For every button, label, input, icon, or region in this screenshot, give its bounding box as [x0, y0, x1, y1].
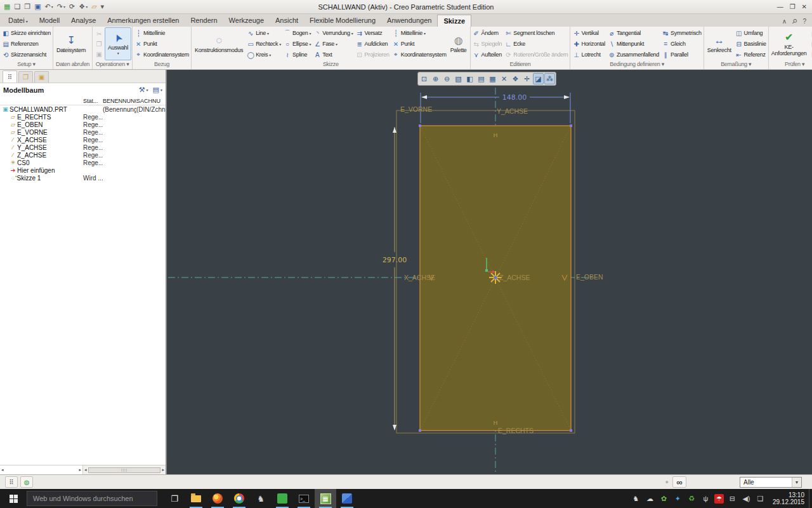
spline-button[interactable]: ≀Spline — [282, 50, 312, 60]
label-e-rechts[interactable]: E_RECHTS — [498, 427, 534, 434]
geschlossene-schleifen-button[interactable]: ▨ — [809, 50, 812, 59]
undo-button[interactable]: ↶▾ — [44, 3, 54, 11]
segment-loeschen-button[interactable]: ✄Segment löschen — [503, 28, 569, 39]
creo-parametric-taskbar-button[interactable]: ▦ — [315, 489, 336, 508]
basislinie-button[interactable]: ⊟Basislinie — [734, 39, 768, 50]
referenzen-button[interactable]: ▤Referenzen — [1, 39, 52, 50]
tray-green-icon[interactable]: ✿ — [658, 495, 669, 503]
vertex-bottom-right[interactable] — [570, 429, 572, 432]
vertex-top-left[interactable] — [419, 124, 421, 127]
ecke-button[interactable]: ∟Ecke — [503, 39, 569, 50]
tab-modell[interactable]: Modell — [34, 15, 65, 27]
line-button[interactable]: ∿Line▾ — [246, 28, 282, 39]
favorites-tab[interactable]: ▣ — [34, 71, 49, 83]
minimize-ribbon-icon[interactable]: ∧ — [782, 18, 787, 25]
label-z-achse[interactable]: Z_ACHSE — [499, 274, 530, 281]
fase-button[interactable]: ∠Fase▾ — [312, 39, 354, 50]
label-x-achse[interactable]: X_ACHSE — [404, 274, 435, 281]
skizzenansicht-button[interactable]: ⟲Skizzenansicht — [1, 50, 52, 60]
datum-display-button[interactable]: ✕ — [499, 73, 509, 84]
tray-app-dark-icon[interactable]: ♞ — [631, 495, 641, 503]
tab-flexible-modellierung[interactable]: Flexible Modellierung — [304, 15, 381, 27]
display-style-button[interactable]: ◧ — [464, 73, 475, 84]
tree-item-x-achse[interactable]: ∕X_ACHSERege... — [0, 136, 166, 144]
tree-item-cs0[interactable]: ✳CS0Rege... — [0, 159, 166, 166]
window-switch-button[interactable]: ❖▾ — [78, 3, 88, 11]
ke-anforderungen-button[interactable]: ✔KE-Anforderungen — [769, 27, 809, 60]
tab-werkzeuge[interactable]: Werkzeuge — [223, 15, 270, 27]
search-icon[interactable]: ⚲ — [790, 17, 799, 25]
saved-views-button[interactable]: ▤ — [476, 73, 487, 84]
sketch-view-button[interactable]: ◪ — [533, 73, 544, 84]
volume-icon[interactable]: ◀) — [741, 495, 752, 503]
tab-datei[interactable]: Datei▾ — [3, 15, 34, 27]
auswahl-button[interactable]: ➤Auswahl▾ — [105, 27, 131, 60]
ueberlappende-geometrie-button[interactable]: ▩ — [809, 29, 812, 39]
tab-analyse[interactable]: Analyse — [65, 15, 102, 27]
text-button[interactable]: AText — [312, 50, 354, 60]
kreis-button[interactable]: ◯Kreis▾ — [246, 50, 282, 60]
new-file-button[interactable]: ❏ — [13, 3, 21, 11]
horizontal-button[interactable]: ✚Horizontal — [571, 39, 606, 50]
terminal-taskbar-button[interactable]: >_ — [293, 489, 315, 508]
app-green-taskbar-button[interactable] — [272, 489, 293, 508]
tray-blue-icon[interactable]: ✦ — [672, 495, 683, 503]
punkt-button[interactable]: ✕Punkt — [133, 39, 190, 50]
tree-item-e-oben[interactable]: ▱E_OBENRege... — [0, 121, 166, 128]
tray-sync-icon[interactable]: ♻ — [686, 495, 697, 503]
modeltree-toggle-button[interactable]: ⠿ — [5, 476, 18, 488]
chevron-down-icon[interactable]: ▼ — [792, 478, 801, 487]
notifications-icon[interactable]: ❏ — [755, 495, 766, 503]
minimize-button[interactable]: — — [777, 3, 783, 10]
aufdicken-button[interactable]: ≣Aufdicken — [354, 39, 390, 50]
koordinatensystem-button[interactable]: ⌖Koordinatensystem — [133, 50, 190, 60]
palette-button[interactable]: ◍Palette — [448, 27, 469, 60]
network-icon[interactable]: ⊟ — [727, 495, 738, 503]
redo-button[interactable]: ↷▾ — [56, 3, 66, 11]
onedrive-icon[interactable]: ☁ — [645, 495, 655, 503]
label-e-oben[interactable]: E_OBEN — [576, 273, 603, 281]
scrollbar-thumb[interactable]: |||| — [88, 467, 161, 473]
graphics-canvas[interactable]: 148.00 297.00 H H — [167, 70, 812, 474]
label-y-achse[interactable]: Y_ACHSE — [497, 107, 528, 115]
referenz-button[interactable]: ⇤Referenz — [734, 50, 768, 60]
sketch-display-button[interactable]: ⁂ — [544, 73, 555, 84]
start-button[interactable] — [0, 489, 27, 508]
symmetrisch-button[interactable]: ↹Symmetrisch — [660, 28, 703, 39]
regenerate-button[interactable]: ⟳ — [69, 3, 75, 11]
ellipse-button[interactable]: ○Ellipse▾ — [282, 39, 312, 50]
open-folder-button[interactable]: ▱ — [91, 3, 97, 11]
column-benennung[interactable]: BENENNUNG — [103, 98, 136, 104]
verrundung-button[interactable]: ◝Verrundung▾ — [312, 28, 354, 39]
column-stat[interactable]: Stat... — [83, 98, 103, 104]
group-label-bedingung-definieren[interactable]: Bedingung definieren ▾ — [571, 61, 702, 69]
taskbar-clock[interactable]: 13:10 29.12.2015 — [768, 491, 809, 505]
refit-button[interactable]: ⊡ — [419, 73, 429, 84]
tree-item-z-achse[interactable]: ∕Z_ACHSERege... — [0, 151, 166, 159]
show-desktop-button[interactable] — [809, 489, 812, 508]
app-dark-taskbar-button[interactable]: ♞ — [250, 489, 272, 508]
annotation-display-button[interactable]: ❖ — [510, 73, 521, 84]
group-label-operationen[interactable]: Operationen ▾ — [93, 61, 131, 69]
vertex-top-right[interactable] — [570, 124, 572, 127]
maximize-button[interactable]: ❐ — [790, 3, 796, 10]
parallel-button[interactable]: ∥Parallel — [660, 50, 703, 60]
lotrecht-button[interactable]: ⊥Lotrecht — [571, 50, 606, 60]
mittellinie-button[interactable]: ┆Mittellinie — [133, 28, 190, 39]
tab-rendern[interactable]: Rendern — [185, 15, 223, 27]
vertex-bottom-left[interactable] — [419, 429, 421, 432]
dim-height-value[interactable]: 297.00 — [383, 256, 407, 264]
chrome-taskbar-button[interactable] — [228, 489, 250, 508]
repaint-button[interactable]: ▧ — [453, 73, 464, 84]
tree-item-skizze-1[interactable]: ◌▪Skizze 1Wird ... — [0, 174, 166, 182]
tree-name-scrollbar[interactable]: ◂▸ — [0, 465, 83, 474]
gleich-button[interactable]: =Gleich — [660, 39, 703, 50]
taskbar-search-input[interactable]: Web und Windows durchsuchen — [27, 491, 157, 506]
aendern-button[interactable]: ✐Ändern — [471, 28, 504, 39]
find-button[interactable]: ∞ — [672, 476, 686, 488]
app-blue-taskbar-button[interactable] — [336, 489, 358, 508]
group-label-setup[interactable]: Setup ▾ — [1, 61, 52, 69]
save-button[interactable]: ▣ — [34, 3, 41, 11]
firefox-taskbar-button[interactable] — [207, 489, 228, 508]
dateisystem-button[interactable]: ↧Dateisystem — [54, 27, 88, 60]
